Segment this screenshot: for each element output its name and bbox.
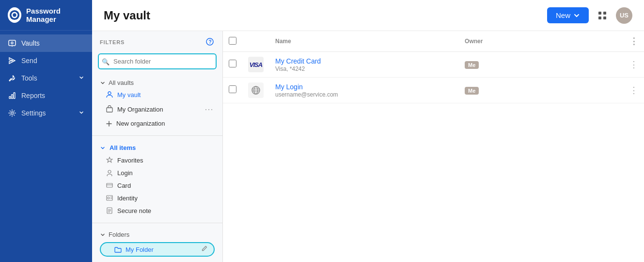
- send-icon: [8, 56, 16, 65]
- my-vault-filter[interactable]: My vault: [92, 88, 222, 101]
- svg-point-4: [11, 42, 13, 44]
- organization-actions-button[interactable]: ⋯: [203, 103, 215, 115]
- pencil-icon: [201, 245, 208, 252]
- select-all-checkbox[interactable]: [229, 37, 236, 45]
- card-label: Card: [117, 182, 131, 189]
- table-row: My Login username@service.com Me ⋮: [223, 78, 644, 103]
- filters-header: FILTERS ?: [92, 31, 222, 51]
- row-1-owner-badge: Me: [465, 61, 479, 69]
- settings-icon: [8, 109, 16, 117]
- filter-login[interactable]: Login: [92, 166, 222, 179]
- vault-table: Name Owner ⋮: [223, 31, 644, 103]
- chevron-down-icon-vaults: [100, 80, 106, 86]
- row-1-check-cell: [223, 52, 242, 78]
- plus-icon: [106, 120, 112, 127]
- vault-icon: [8, 39, 16, 48]
- my-vault-label: My vault: [117, 91, 141, 98]
- svg-rect-7: [12, 95, 13, 98]
- new-organization-item[interactable]: New organization: [92, 117, 222, 130]
- svg-point-19: [107, 174, 112, 176]
- svg-point-9: [11, 112, 14, 115]
- new-organization-label: New organization: [116, 120, 165, 127]
- vaults-section: All vaults My vault My Organization ⋯: [92, 74, 222, 132]
- svg-rect-17: [107, 108, 112, 112]
- help-icon[interactable]: ?: [206, 38, 215, 47]
- chevron-down-icon-settings: [79, 109, 84, 117]
- chevron-down-icon-folders: [100, 232, 106, 238]
- edit-folder-button[interactable]: [201, 245, 208, 254]
- svg-rect-10: [598, 12, 601, 15]
- sidebar-item-reports-label: Reports: [21, 92, 84, 99]
- sidebar-item-reports[interactable]: Reports: [0, 87, 92, 104]
- filter-no-folder[interactable]: No folder: [92, 259, 222, 262]
- sidebar-item-vaults[interactable]: Vaults: [0, 34, 92, 52]
- row-2-icon-cell: [242, 78, 269, 103]
- sidebar-item-settings[interactable]: Settings: [0, 104, 92, 122]
- sidebar: Password Manager Vaults Send Tools: [0, 0, 92, 262]
- col-name-header: Name: [269, 31, 459, 52]
- new-button[interactable]: New: [547, 7, 589, 23]
- row-1-checkbox[interactable]: [229, 60, 236, 67]
- sidebar-item-send[interactable]: Send: [0, 52, 92, 69]
- filter-secure-note[interactable]: Secure note: [92, 204, 222, 217]
- sidebar-header: Password Manager: [0, 0, 92, 31]
- svg-rect-8: [14, 93, 15, 98]
- col-check-header: [223, 31, 242, 52]
- divider-1: [92, 135, 222, 136]
- sidebar-nav: Vaults Send Tools Reports: [0, 31, 92, 262]
- row-1-name-link[interactable]: My Credit Card: [275, 57, 453, 65]
- all-vaults-toggle[interactable]: All vaults: [92, 77, 222, 88]
- svg-text:?: ?: [209, 39, 212, 45]
- row-2-check-cell: [223, 78, 242, 103]
- row-2-subtext: username@service.com: [275, 91, 453, 98]
- row-2-icon: [248, 82, 264, 98]
- vault-content: Name Owner ⋮: [223, 31, 644, 262]
- sidebar-item-settings-label: Settings: [21, 109, 74, 117]
- body-content: FILTERS ? 🔍 All vaults: [92, 31, 644, 262]
- visa-logo: VISA: [250, 61, 262, 68]
- folders-toggle[interactable]: Folders: [92, 229, 222, 240]
- search-folder-input[interactable]: [98, 53, 217, 69]
- chevron-down-icon-items: [100, 145, 106, 151]
- my-folder-selected[interactable]: My Folder: [100, 242, 215, 257]
- sidebar-item-tools-label: Tools: [21, 74, 74, 82]
- svg-rect-12: [598, 16, 601, 19]
- row-2-checkbox[interactable]: [229, 85, 236, 93]
- folders-label: Folders: [109, 231, 129, 238]
- row-2-name-link[interactable]: My Login: [275, 83, 453, 91]
- row-1-actions-button[interactable]: ⋮: [629, 60, 638, 69]
- identity-icon: [106, 194, 113, 202]
- all-vaults-label: All vaults: [109, 79, 134, 86]
- my-organization-filter[interactable]: My Organization: [106, 105, 203, 113]
- filter-card[interactable]: Card: [92, 179, 222, 192]
- row-1-icon-cell: VISA: [242, 52, 269, 78]
- row-2-actions-button[interactable]: ⋮: [629, 85, 638, 95]
- sidebar-item-tools[interactable]: Tools: [0, 69, 92, 87]
- app-logo: [8, 7, 21, 23]
- table-actions-menu-icon[interactable]: ⋮: [629, 36, 638, 46]
- row-1-subtext: Visa, *4242: [275, 66, 453, 72]
- page-title: My vault: [104, 9, 150, 22]
- all-items-toggle[interactable]: All items: [92, 142, 222, 154]
- row-1-actions-cell: ⋮: [624, 52, 644, 78]
- svg-point-16: [108, 92, 111, 95]
- col-owner-header: Owner: [459, 31, 624, 52]
- grid-icon: [598, 11, 607, 20]
- row-1-owner-cell: Me: [459, 52, 624, 78]
- row-2-owner-badge: Me: [465, 87, 479, 95]
- items-section: All items Favorites Login: [92, 139, 222, 220]
- new-button-label: New: [556, 11, 570, 19]
- user-avatar[interactable]: US: [616, 7, 632, 24]
- my-organization-row: My Organization ⋯: [92, 101, 222, 117]
- card-icon: [106, 181, 113, 189]
- app-name: Password Manager: [26, 7, 84, 23]
- filter-identity[interactable]: Identity: [92, 192, 222, 204]
- login-icon: [106, 169, 113, 177]
- grid-view-button[interactable]: [595, 8, 610, 23]
- search-icon: 🔍: [102, 58, 110, 65]
- my-folder-label: My Folder: [126, 246, 154, 253]
- filter-favorites[interactable]: Favorites: [92, 154, 222, 166]
- col-icon-header: [242, 31, 269, 52]
- filters-panel: FILTERS ? 🔍 All vaults: [92, 31, 223, 262]
- folders-section: Folders My Folder: [92, 226, 222, 262]
